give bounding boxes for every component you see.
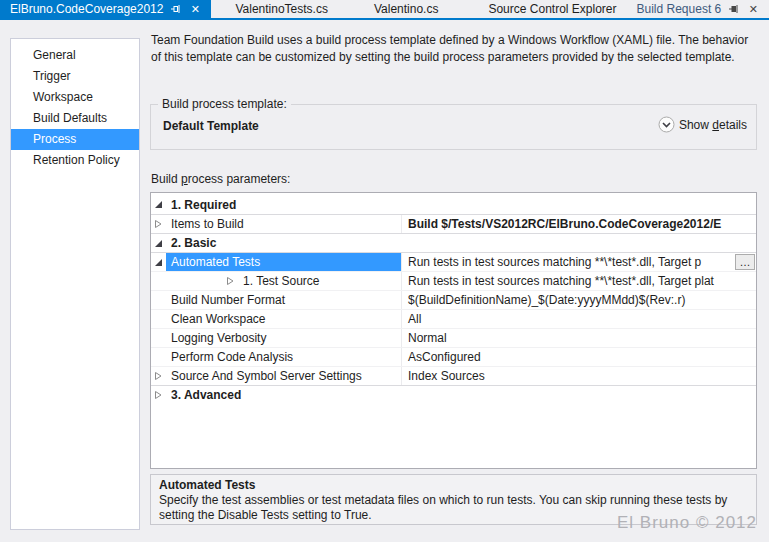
sidebar-item-retention-policy[interactable]: Retention Policy <box>11 150 139 171</box>
expander-spacer <box>151 310 166 328</box>
sidebar-item-workspace[interactable]: Workspace <box>11 87 139 108</box>
group-label: Build process template: <box>158 97 291 111</box>
pin-icon[interactable] <box>728 3 740 15</box>
parameter-row-logging-verbosity[interactable]: Logging VerbosityNormal <box>151 328 756 347</box>
parameter-value[interactable]: $(BuildDefinitionName)_$(Date:yyyyMMdd)$… <box>401 291 756 309</box>
parameter-name-label: Clean Workspace <box>171 312 266 326</box>
expander-spacer <box>151 291 166 309</box>
parameter-name-label: Automated Tests <box>171 255 260 269</box>
parameter-row-source-and-symbol-server-settings[interactable]: Source And Symbol Server SettingsIndex S… <box>151 366 756 385</box>
chevron-down-circle-icon <box>658 116 675 133</box>
parameter-value[interactable] <box>401 386 756 404</box>
parameter-name-label: Items to Build <box>171 217 244 231</box>
expander-expanded-icon[interactable] <box>151 195 166 214</box>
parameter-details-title: Automated Tests <box>159 478 748 492</box>
parameter-name: 2. Basic <box>166 234 401 252</box>
parameter-row-clean-workspace[interactable]: Clean WorkspaceAll <box>151 309 756 328</box>
parameter-row-2-basic[interactable]: 2. Basic <box>151 233 756 252</box>
parameter-name-label: Logging Verbosity <box>171 331 266 345</box>
tab-label: Source Control Explorer <box>488 2 616 16</box>
sidebar-item-general[interactable]: General <box>11 45 139 66</box>
parameter-name-label: 3. Advanced <box>171 388 241 402</box>
parameter-name: Items to Build <box>166 215 401 233</box>
parameter-name: 3. Advanced <box>166 386 401 404</box>
parameter-name: Clean Workspace <box>166 310 401 328</box>
tab-valentino[interactable]: Valentino.cs <box>364 0 448 18</box>
parameter-value[interactable]: Index Sources <box>401 367 756 385</box>
expander-spacer <box>151 329 166 347</box>
expander-spacer <box>151 272 166 290</box>
tab-elbruno-codecoverage2012[interactable]: ElBruno.CodeCoverage2012 ✕ <box>0 0 211 20</box>
parameter-value[interactable] <box>401 234 756 252</box>
show-details-button[interactable]: Show details <box>658 116 747 133</box>
parameter-name: Build Number Format <box>166 291 401 309</box>
parameter-row-1-test-source[interactable]: 1. Test SourceRun tests in test sources … <box>151 271 756 290</box>
parameter-name: Logging Verbosity <box>166 329 401 347</box>
parameter-name-label: 1. Required <box>171 198 236 212</box>
sidebar-item-trigger[interactable]: Trigger <box>11 66 139 87</box>
parameter-row-perform-code-analysis[interactable]: Perform Code AnalysisAsConfigured <box>151 347 756 366</box>
parameter-name-label: Build Number Format <box>171 293 285 307</box>
show-details-label: Show details <box>679 118 747 132</box>
tab-label: ElBruno.CodeCoverage2012 <box>10 2 163 16</box>
parameter-value[interactable]: Normal <box>401 329 756 347</box>
parameter-name: Source And Symbol Server Settings <box>166 367 401 385</box>
sidebar-item-process[interactable]: Process <box>11 129 139 150</box>
sidebar-item-build-defaults[interactable]: Build Defaults <box>11 108 139 129</box>
parameter-row-automated-tests[interactable]: Automated TestsRun tests in test sources… <box>151 252 756 271</box>
parameter-name: Automated Tests <box>166 253 401 271</box>
parameter-value[interactable]: Build $/Tests/VS2012RC/ElBruno.CodeCover… <box>401 215 756 233</box>
pin-icon[interactable] <box>170 3 182 15</box>
expander-spacer <box>151 348 166 366</box>
parameter-value[interactable] <box>401 195 756 214</box>
parameter-name-label: Perform Code Analysis <box>171 350 293 364</box>
expander-collapsed-icon[interactable] <box>151 386 166 404</box>
parameter-row-1-required[interactable]: 1. Required <box>151 195 756 214</box>
tab-build-request-6[interactable]: Build Request 6 ✕ ▾ <box>627 0 769 18</box>
parameter-name-label: 1. Test Source <box>243 274 320 288</box>
process-template-description: Team Foundation Build uses a build proce… <box>151 32 763 66</box>
parameter-row-build-number-format[interactable]: Build Number Format$(BuildDefinitionName… <box>151 290 756 309</box>
parameter-value[interactable]: Run tests in test sources matching **\*t… <box>401 272 756 290</box>
expander-collapsed-icon[interactable] <box>226 276 235 286</box>
parameter-name: 1. Test Source <box>166 272 401 290</box>
parameter-name-label: Source And Symbol Server Settings <box>171 369 362 383</box>
parameter-row-items-to-build[interactable]: Items to BuildBuild $/Tests/VS2012RC/ElB… <box>151 214 756 233</box>
close-icon[interactable]: ✕ <box>189 3 201 15</box>
expander-collapsed-icon[interactable] <box>151 367 166 385</box>
expander-expanded-icon[interactable] <box>151 234 166 252</box>
tab-label: ValentinoTests.cs <box>235 2 328 16</box>
tab-source-control-explorer[interactable]: Source Control Explorer <box>478 0 626 18</box>
tab-valentinotests[interactable]: ValentinoTests.cs <box>225 0 338 18</box>
expander-collapsed-icon[interactable] <box>151 215 166 233</box>
parameter-value[interactable]: All <box>401 310 756 328</box>
document-tab-bar: ElBruno.CodeCoverage2012 ✕ ValentinoTest… <box>0 0 769 20</box>
tab-label: Valentino.cs <box>374 2 438 16</box>
parameter-row-3-advanced[interactable]: 3. Advanced <box>151 385 756 404</box>
parameter-value[interactable]: AsConfigured <box>401 348 756 366</box>
close-icon[interactable]: ✕ <box>747 3 759 15</box>
selected-template-name: Default Template <box>163 119 259 133</box>
parameter-name: Perform Code Analysis <box>166 348 401 366</box>
parameter-name-label: 2. Basic <box>171 236 216 250</box>
parameters-grid: 1. RequiredItems to BuildBuild $/Tests/V… <box>150 192 757 469</box>
sidebar-nav: GeneralTriggerWorkspaceBuild DefaultsPro… <box>10 38 140 530</box>
ellipsis-button[interactable]: … <box>735 254 755 270</box>
watermark: El Bruno © 2012 <box>617 513 757 533</box>
tab-label: Build Request 6 <box>637 2 722 16</box>
build-process-template-group: Build process template: Default Template… <box>150 104 757 150</box>
parameter-value[interactable]: Run tests in test sources matching **\*t… <box>401 253 756 271</box>
expander-expanded-icon[interactable] <box>151 253 166 271</box>
build-process-parameters-label: Build process parameters: <box>151 172 290 186</box>
parameter-name: 1. Required <box>166 195 401 214</box>
